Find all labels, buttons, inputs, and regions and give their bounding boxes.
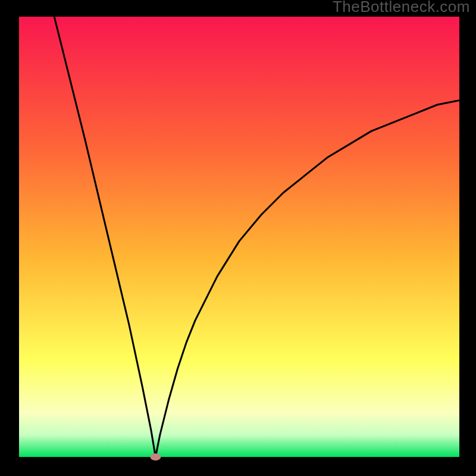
watermark-text: TheBottleneck.com <box>333 0 470 16</box>
minimum-marker <box>150 453 161 461</box>
chart-container: TheBottleneck.com <box>0 0 476 476</box>
chart-svg <box>0 0 476 476</box>
plot-background <box>19 17 459 457</box>
